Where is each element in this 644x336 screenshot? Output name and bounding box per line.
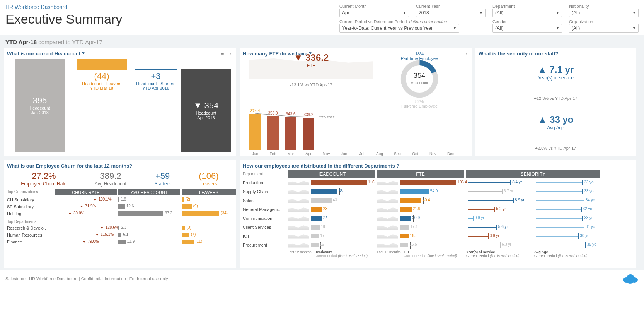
chevron-down-icon: ▼ (403, 11, 406, 15)
hc-leavers-value: (44) (77, 71, 127, 81)
footer-text: Salesforce | HR Workforce Dashboard | Co… (5, 276, 168, 281)
filter-current-year: Current Year 2018▼ (416, 4, 486, 17)
fte-delta: -13.1% vs YTD Apr-17 (249, 82, 373, 87)
arrow-down-icon: ▼ (194, 101, 202, 110)
filter-label: Current Year (416, 4, 486, 9)
chevron-down-icon: ▼ (556, 11, 559, 15)
table-row[interactable]: Human Resources ●115.1% 6.1 (7) (7, 231, 233, 238)
arrow-down-icon: ▼ (294, 52, 303, 63)
filter-gender: Gender (All)▼ (492, 19, 562, 33)
salesforce-logo-icon (622, 273, 639, 285)
hint-text: defines color coding (409, 19, 447, 24)
churn-starters-value: +59 (155, 171, 171, 181)
table-row[interactable]: ICT 17 16.5 3.9 yr 30 yo (243, 231, 633, 240)
fte-value: 336.2 (305, 52, 329, 63)
service-value: 7.1 yr (549, 64, 574, 75)
dropdown-nationality[interactable]: (All)▼ (569, 9, 639, 17)
card-arrow-button[interactable]: → (463, 51, 469, 57)
dropdown-current-month[interactable]: Apr▼ (339, 9, 409, 17)
context-line: YTD Apr-18 compared to YTD Apr-17 (4, 39, 640, 45)
chevron-down-icon: ▼ (556, 26, 559, 30)
chevron-down-icon: ▼ (632, 26, 636, 30)
table-row[interactable]: Finance ●79.0% 13.9 (11) (7, 238, 233, 245)
arrow-up-icon: ▲ (538, 64, 547, 75)
filter-period-compare: Current Period vs Reference Period defin… (339, 19, 459, 33)
hc-end-value: 354 (204, 101, 219, 110)
card-title: What is our Employee Churn for the last … (7, 163, 233, 169)
filter-organization: Organization (All)▼ (569, 19, 639, 33)
card-title: What is our current Headcount ? (7, 51, 233, 57)
chevron-down-icon: ▼ (479, 11, 483, 15)
chevron-down-icon: ▼ (453, 26, 457, 30)
chart-headcount-waterfall[interactable]: 395 Headcount Jan-2018 (44) Headcount - … (7, 59, 233, 152)
table-row[interactable]: Communication 22 20.9 0.9 yr 33 yo (243, 214, 633, 223)
filter-label: Nationality (569, 4, 639, 9)
card-dept: How our employees are distributed in the… (240, 160, 636, 268)
card-title: What is the seniority of our staff? (479, 51, 633, 57)
card-headcount: What is our current Headcount ? ≡ → 395 … (4, 48, 236, 156)
table-row[interactable]: Sales 43 40.4 8.9 yr 34 yo (243, 196, 633, 205)
svg-text:Headcount: Headcount (411, 81, 428, 85)
card-title: How our employees are distributed in the… (243, 163, 633, 169)
arrow-up-icon: ▲ (538, 114, 547, 125)
churn-leavers-value: (106) (199, 171, 218, 181)
filter-label: Current Month (339, 4, 409, 9)
filter-department: Department (All)▼ (492, 4, 562, 17)
churn-avghc-value: 389.2 (95, 171, 126, 181)
table-row[interactable]: Research & Develo.. ●128.6% 2.3 (3) (7, 225, 233, 231)
table-row[interactable]: Procurement 16 15.5 6.3 yr 35 yo (243, 240, 633, 249)
table-row[interactable]: Production 116 106.4 8.4 yr 33 yo (243, 178, 633, 187)
chart-dept-bars[interactable]: Production 116 106.4 8.4 yr 33 yo Supply… (243, 178, 633, 249)
chart-fte-donut[interactable]: 18%Part-time Employee 354 Headcount 82%F… (377, 51, 462, 108)
filter-label: Current Period vs Reference Period (339, 19, 407, 24)
table-row[interactable]: Client Services 18 17.1 5.6 yr 34 yo (243, 223, 633, 231)
dropdown-period-compare[interactable]: Year-to-Date: Current Year vs Previous Y… (339, 24, 459, 33)
filter-nationality: Nationality (All)▼ (569, 4, 639, 17)
filter-label: Organization (569, 19, 639, 24)
card-churn: What is our Employee Churn for the last … (4, 160, 236, 268)
chart-fte-monthly[interactable]: Jan374.4Feb353.9Mar343.6Apr336.2MayJunJu… (249, 108, 466, 156)
chart-churn-tables[interactable]: Top Organizations CHURN RATEAVG HEADCOUN… (7, 190, 233, 245)
filter-label: Gender (492, 19, 562, 24)
filter-current-month: Current Month Apr▼ (339, 4, 409, 17)
table-row[interactable]: SP Subsidiary ●71.5% 12.6 (9) (7, 203, 233, 210)
table-row[interactable]: Supply Chain 55 54.9 6.7 yr 33 yo (243, 187, 633, 196)
filter-label: Department (492, 4, 562, 9)
hc-start-value: 395 (15, 96, 65, 106)
table-row[interactable]: Holding ●39.0% 87.3 (34) (7, 210, 233, 217)
churn-rate-value: 27.2% (21, 171, 66, 181)
svg-text:354: 354 (414, 71, 426, 79)
breadcrumb[interactable]: HR Workforce Dashboard (5, 4, 122, 10)
page-title: Executive Summary (5, 12, 122, 27)
table-row[interactable]: General Managem.. 23 21.9 5.2 yr 32 yo (243, 205, 633, 214)
age-value: 33 yo (550, 114, 573, 125)
dropdown-organization[interactable]: (All)▼ (569, 24, 639, 33)
card-menu-button[interactable]: ≡ → (221, 51, 233, 57)
table-row[interactable]: CH Subsidiary ●109.1% 1.8 (2) (7, 196, 233, 203)
dropdown-department[interactable]: (All)▼ (492, 9, 562, 17)
svg-point-7 (626, 278, 634, 284)
card-fte: How many FTE do we have ? → ▼ 336.2 FTE … (240, 48, 472, 156)
dropdown-current-year[interactable]: 2018▼ (416, 9, 486, 17)
hc-starters-value: +3 (135, 71, 177, 81)
dropdown-gender[interactable]: (All)▼ (492, 24, 562, 33)
card-seniority: What is the seniority of our staff? ▲ 7.… (475, 48, 636, 156)
chevron-down-icon: ▼ (632, 11, 636, 15)
